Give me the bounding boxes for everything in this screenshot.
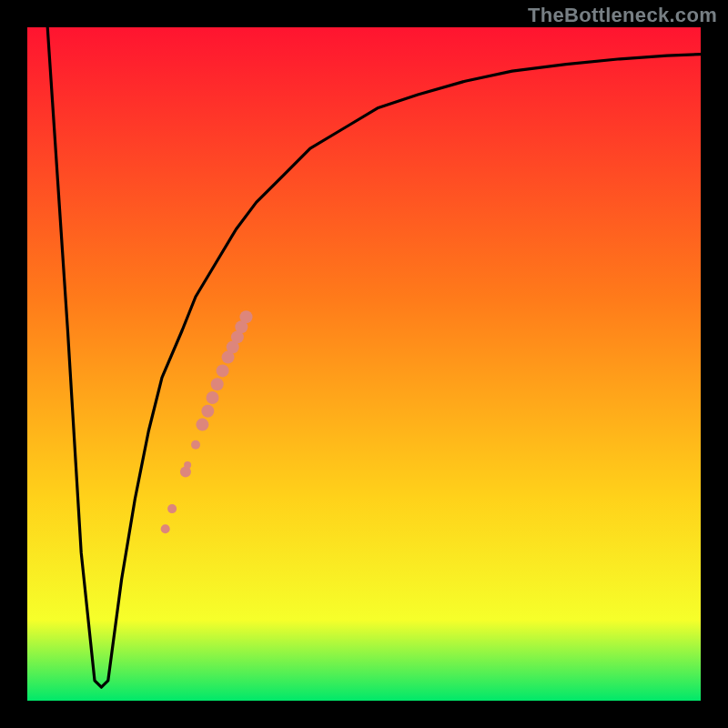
watermark-text: TheBottleneck.com: [528, 4, 717, 27]
plot-area: [27, 27, 701, 701]
chart-svg: [27, 27, 701, 701]
highlight-dot: [240, 310, 253, 323]
highlight-dot: [196, 419, 208, 431]
highlight-dot: [191, 440, 200, 450]
highlight-dot: [211, 378, 224, 390]
highlight-dot: [161, 524, 170, 533]
highlight-dot: [201, 405, 214, 418]
highlight-dot: [167, 504, 177, 513]
highlight-dot: [207, 391, 219, 404]
highlight-dot: [184, 461, 191, 469]
chart-root: TheBottleneck.com: [0, 0, 728, 728]
gradient-background: [27, 27, 701, 701]
highlight-dot: [217, 364, 229, 377]
